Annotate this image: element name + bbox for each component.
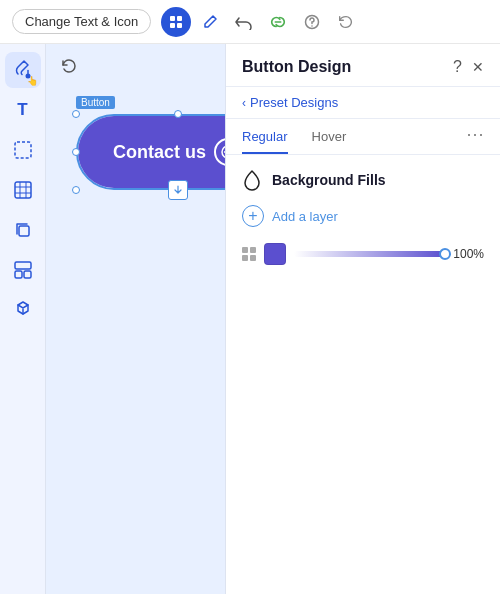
contact-button-text: Contact us [113,142,206,163]
svg-rect-8 [15,142,31,158]
svg-rect-9 [15,182,31,198]
handle-bot-left[interactable] [72,186,80,194]
handle-top-mid[interactable] [174,110,182,118]
plus-icon: + [248,207,257,225]
main-area: 👆 T [0,44,500,594]
add-layer-row[interactable]: + Add a layer [226,201,500,237]
main-toolbar: Change Text & Icon [0,0,500,44]
add-layer-label: Add a layer [272,209,338,224]
button-element-wrapper: Button [76,114,225,190]
tab-more-btn[interactable]: ⋯ [466,123,484,151]
selection-box: Button [76,114,225,190]
plugin-tool-icon [13,300,33,320]
download-arrow-bot [173,185,183,195]
panel-header: Button Design ? ✕ [226,44,500,87]
back-icon-btn[interactable] [229,7,259,37]
layout-icon [168,14,184,30]
color-swatch[interactable] [264,243,286,265]
tabs-row: Regular Hover ⋯ [226,119,500,155]
frame-tool-icon [13,180,33,200]
chat-bubble-icon [220,144,225,160]
copy-tool-icon [13,220,33,240]
canvas-content: Button [46,44,225,594]
back-icon [235,14,253,30]
svg-rect-0 [170,16,175,21]
grid-dot-3 [242,255,248,261]
fill-section-icon [242,169,262,191]
fill-tool-btn[interactable]: 👆 [5,52,41,88]
frame-tool-btn[interactable] [5,172,41,208]
link-icon-btn[interactable] [263,7,293,37]
add-layer-circle: + [242,205,264,227]
opacity-thumb [439,248,451,260]
svg-rect-1 [177,16,182,21]
change-text-button[interactable]: Change Text & Icon [12,9,151,34]
download-handle-bot[interactable] [168,180,188,200]
background-fills-title: Background Fills [272,172,386,188]
handle-top-left[interactable] [72,110,80,118]
layout-icon-btn[interactable] [161,7,191,37]
toolbar-icon-group [161,7,361,37]
preset-designs-label: Preset Designs [250,95,338,110]
dashed-select-icon [13,140,33,160]
svg-rect-3 [177,23,182,28]
svg-rect-11 [15,262,31,269]
help-icon [304,14,320,30]
undo-icon [60,58,78,76]
dashed-select-btn[interactable] [5,132,41,168]
tab-hover[interactable]: Hover [312,119,347,154]
canvas-area: 👆 T [0,44,225,594]
panel-help-icon[interactable]: ? [453,58,462,76]
copy-tool-btn[interactable] [5,212,41,248]
handle-mid-left[interactable] [72,148,80,156]
button-label-tag: Button [76,96,115,109]
panel-header-icons: ? ✕ [453,58,484,76]
contact-button[interactable]: Contact us [78,116,225,188]
grid-icon [242,247,256,261]
grid-dot-2 [250,247,256,253]
contact-bubble-icon [214,138,225,166]
undo-redo-icon [337,14,355,30]
svg-rect-10 [19,226,29,236]
link-icon [269,14,287,30]
svg-rect-2 [170,23,175,28]
section-heading: Background Fills [226,155,500,201]
color-row: 100% [226,237,500,271]
text-tool-icon: T [17,100,27,120]
svg-point-15 [224,151,225,153]
layout-tool-btn[interactable] [5,252,41,288]
change-text-label: Change Text & Icon [25,14,138,29]
grid-dot-1 [242,247,248,253]
svg-point-6 [311,25,313,27]
layout-tool-icon [13,260,33,280]
text-tool-btn[interactable]: T [5,92,41,128]
svg-rect-12 [15,271,22,278]
undo-btn[interactable] [56,54,82,80]
side-panel: Button Design ? ✕ ‹ Preset Designs Regul… [225,44,500,594]
left-toolbar: 👆 T [0,44,46,594]
preset-chevron-icon: ‹ [242,96,246,110]
opacity-value: 100% [453,247,484,261]
panel-close-icon[interactable]: ✕ [472,59,484,75]
opacity-slider[interactable] [294,251,445,257]
grid-dot-4 [250,255,256,261]
tab-regular[interactable]: Regular [242,119,288,154]
plugin-tool-btn[interactable] [5,292,41,328]
undo-redo-icon-btn[interactable] [331,7,361,37]
selection-border: Contact us [76,114,225,190]
preset-designs-link[interactable]: ‹ Preset Designs [226,87,500,119]
pen-icon [202,14,218,30]
pen-icon-btn[interactable] [195,7,225,37]
cursor-indicator: 👆 [27,76,38,86]
panel-title: Button Design [242,58,351,76]
help-icon-btn[interactable] [297,7,327,37]
svg-rect-13 [24,271,31,278]
